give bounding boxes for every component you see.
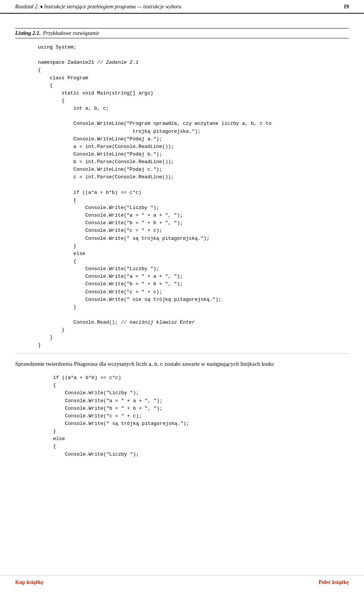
code-snippet: if ((a*a + b*b) == c*c) { Console.Write(… — [15, 372, 349, 461]
inline-code-c: c — [160, 362, 163, 367]
listing-header: Listing 2.1. Przykładowe rozwiązanie — [15, 28, 349, 38]
header-chapter-title: Rozdział 2. ♦ Instrukcje sterujące przeb… — [15, 4, 181, 10]
recommend-book-link[interactable]: Poleć książkę — [318, 579, 349, 585]
page-header: Rozdział 2. ♦ Instrukcje sterujące przeb… — [0, 0, 364, 14]
snippet-lines: if ((a*a + b*b) == c*c) { Console.Write(… — [53, 375, 189, 457]
listing-label: Listing 2.1. — [15, 30, 41, 36]
code-block: using System; namespace Zadanie21 // Zad… — [15, 40, 349, 354]
page-number: 19 — [344, 4, 349, 10]
body-text-content: Sprawdzenie twierdzenia Pitagorasa dla w… — [15, 361, 275, 367]
code-line-1: using System; namespace Zadanie21 // Zad… — [38, 44, 271, 348]
inline-code-b: b — [154, 362, 157, 367]
inline-code-a: a — [149, 362, 152, 367]
page-footer: Kup książkę Poleć książkę — [0, 575, 364, 585]
listing-title: Przykładowe rozwiązanie — [43, 30, 99, 36]
main-content: Listing 2.1. Przykładowe rozwiązanie usi… — [0, 14, 364, 491]
buy-book-link[interactable]: Kup książkę — [15, 579, 43, 585]
body-paragraph: Sprawdzenie twierdzenia Pitagorasa dla w… — [15, 360, 349, 368]
